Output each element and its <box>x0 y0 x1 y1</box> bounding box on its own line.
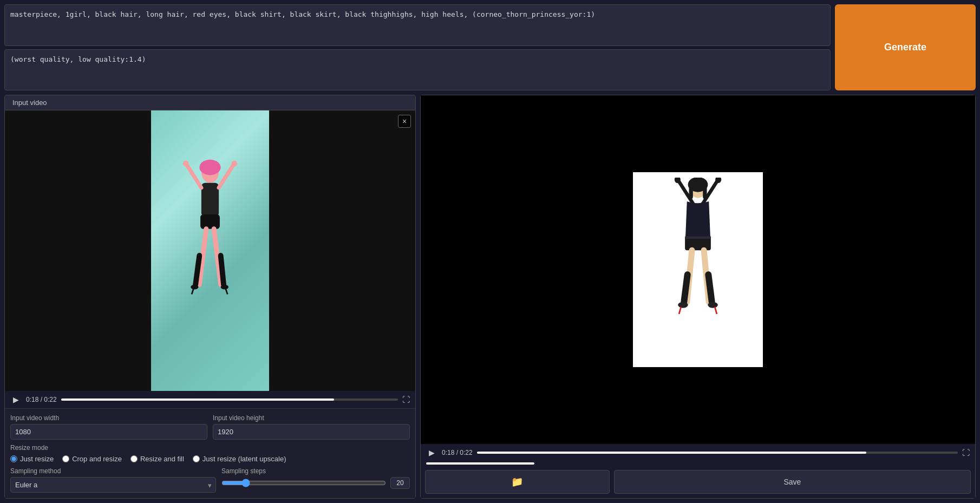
svg-rect-2 <box>201 183 219 217</box>
output-sub-bar <box>421 461 975 466</box>
video-settings: Input video width Input video height Res… <box>5 408 415 498</box>
resize-mode-row: Resize mode Just resize Crop and resize … <box>10 444 410 463</box>
output-sub-progress <box>426 462 534 465</box>
output-time-display: 0:18 / 0:22 <box>442 449 473 456</box>
radio-latent-upscale[interactable]: Just resize (latent upscale) <box>193 455 286 463</box>
svg-point-7 <box>231 161 237 167</box>
svg-line-15 <box>226 289 228 295</box>
save-button[interactable]: Save <box>614 470 971 494</box>
output-fullscreen-button[interactable]: ⛶ <box>962 448 970 457</box>
close-video-button[interactable]: × <box>398 115 411 128</box>
input-video-controls: ▶ 0:18 / 0:22 ⛶ <box>5 391 415 408</box>
input-video-thumbnail: × <box>5 110 415 391</box>
svg-line-27 <box>684 275 687 302</box>
height-label: Input video height <box>213 414 410 422</box>
main-content: Input video <box>0 95 980 503</box>
output-play-button[interactable]: ▶ <box>426 447 437 458</box>
sampling-steps-label: Sampling steps <box>221 467 410 475</box>
sampling-row: Sampling method Euler a Euler DPM++ 2M D… <box>10 467 410 493</box>
svg-line-11 <box>221 256 224 285</box>
folder-button[interactable]: 📁 <box>425 470 610 494</box>
resize-mode-group: Just resize Crop and resize Resize and f… <box>10 455 410 463</box>
sampling-steps-slider-row: 20 <box>221 477 410 489</box>
radio-resize-fill[interactable]: Resize and fill <box>130 455 184 463</box>
dancer-svg <box>178 159 243 343</box>
svg-point-13 <box>221 285 228 290</box>
video-right-black <box>269 110 415 391</box>
radio-just-resize-input[interactable] <box>10 455 17 462</box>
time-display: 0:18 / 0:22 <box>26 396 57 403</box>
radio-crop-resize[interactable]: Crop and resize <box>62 455 122 463</box>
progress-bar-fill <box>61 399 334 401</box>
generate-button[interactable]: Generate <box>835 4 976 90</box>
output-video-container <box>421 95 975 444</box>
prompt-area <box>4 4 831 90</box>
width-input[interactable] <box>10 424 207 440</box>
width-label: Input video width <box>10 414 207 422</box>
folder-icon: 📁 <box>511 476 523 488</box>
radio-latent-upscale-input[interactable] <box>193 455 200 462</box>
fullscreen-button[interactable]: ⛶ <box>402 395 410 404</box>
sampling-method-select[interactable]: Euler a Euler DPM++ 2M DPM++ SDE DDIM <box>10 477 216 493</box>
left-panel: Input video <box>4 95 416 499</box>
dimensions-row: Input video width Input video height <box>10 414 410 440</box>
svg-point-31 <box>708 302 717 308</box>
svg-rect-3 <box>200 214 220 229</box>
output-center-image <box>633 172 763 367</box>
output-right-black <box>829 95 975 444</box>
radio-latent-upscale-label: Just resize (latent upscale) <box>202 455 286 463</box>
sampling-steps-group: Sampling steps 20 <box>221 467 410 489</box>
svg-rect-25 <box>685 236 711 239</box>
svg-point-30 <box>678 302 688 308</box>
top-bar: Generate <box>0 0 980 95</box>
svg-line-29 <box>708 275 711 302</box>
radio-crop-resize-input[interactable] <box>62 455 69 462</box>
input-video-tab[interactable]: Input video <box>5 95 415 110</box>
output-video-controls: ▶ 0:18 / 0:22 ⛶ <box>421 444 975 461</box>
height-input[interactable] <box>213 424 410 440</box>
video-center-frame <box>151 110 269 391</box>
svg-line-33 <box>715 307 717 314</box>
output-progress-bar[interactable] <box>477 452 958 454</box>
svg-line-14 <box>192 289 194 295</box>
radio-resize-fill-label: Resize and fill <box>140 455 184 463</box>
resize-mode-label: Resize mode <box>10 444 410 452</box>
positive-prompt-input[interactable] <box>4 4 831 46</box>
svg-line-5 <box>219 164 234 188</box>
svg-line-32 <box>679 307 681 314</box>
play-button[interactable]: ▶ <box>10 394 22 405</box>
anime-figure-svg <box>644 178 752 362</box>
radio-resize-fill-input[interactable] <box>130 455 138 462</box>
bottom-action-row: 📁 Save <box>421 466 975 498</box>
height-group: Input video height <box>213 414 410 440</box>
radio-crop-resize-label: Crop and resize <box>72 455 122 463</box>
right-panel: ▶ 0:18 / 0:22 ⛶ 📁 Save <box>420 95 976 499</box>
video-left-black <box>5 110 151 391</box>
sampling-steps-value: 20 <box>390 477 410 489</box>
sampling-method-label: Sampling method <box>10 467 216 475</box>
radio-just-resize[interactable]: Just resize <box>10 455 54 463</box>
negative-prompt-input[interactable] <box>4 49 831 91</box>
svg-point-12 <box>191 285 198 290</box>
svg-point-1 <box>199 160 220 175</box>
progress-bar[interactable] <box>61 399 398 401</box>
radio-just-resize-label: Just resize <box>20 455 54 463</box>
width-group: Input video width <box>10 414 207 440</box>
sampling-steps-slider[interactable] <box>221 479 386 487</box>
svg-line-4 <box>186 164 201 188</box>
input-video-container: × <box>5 110 415 391</box>
sampling-method-group: Sampling method Euler a Euler DPM++ 2M D… <box>10 467 216 493</box>
output-progress-bar-fill <box>477 452 867 454</box>
sampling-method-select-wrapper: Euler a Euler DPM++ 2M DPM++ SDE DDIM ▾ <box>10 477 216 493</box>
svg-point-6 <box>183 161 189 167</box>
output-left-black <box>421 95 561 444</box>
